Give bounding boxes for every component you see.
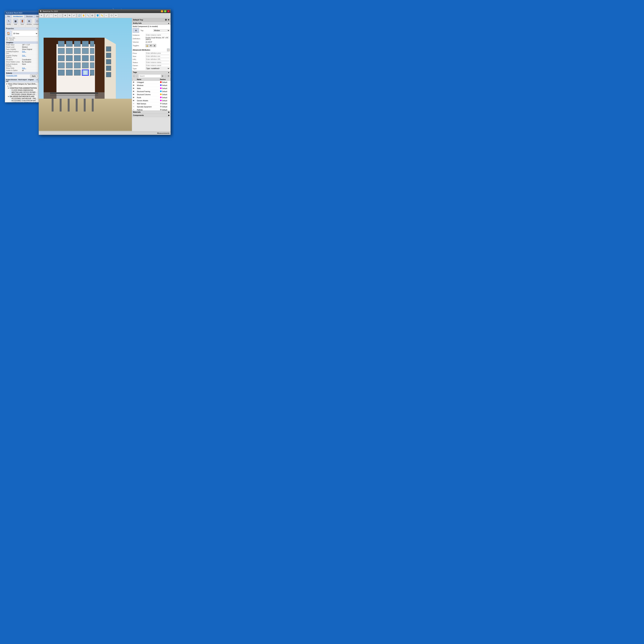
tag-more-btn[interactable]: ⋮ xyxy=(164,74,167,78)
ribbon-tab-structure[interactable]: Structure xyxy=(24,15,34,18)
tag-row[interactable]: 👁WindowsDefault xyxy=(132,84,170,87)
su-close-btn[interactable]: ✕ xyxy=(167,10,170,12)
status-input[interactable] xyxy=(146,61,170,64)
su-arc-tool[interactable]: ⌒ xyxy=(49,13,53,18)
tag-row[interactable]: 👁Wall SweepsDefault xyxy=(132,102,170,105)
su-select-tool[interactable]: ↖ xyxy=(39,13,44,18)
tag-eye-btn[interactable]: 👁 xyxy=(167,74,170,78)
tag-hidden-icon[interactable]: 👁 xyxy=(133,106,135,108)
tray-settings-icon[interactable]: ⚙ xyxy=(165,19,167,21)
owner-label: Owner: xyxy=(133,65,146,66)
tag-hidden-icon[interactable]: 👁 xyxy=(133,109,135,110)
ribbon-tab-architecture[interactable]: Architecture xyxy=(12,15,24,18)
pb-close[interactable]: ✕ xyxy=(36,79,38,82)
su-tape-tool[interactable]: 📏 xyxy=(100,13,104,18)
materials-section[interactable]: Materials ▶ xyxy=(132,111,170,114)
su-move-tool[interactable]: ✛ xyxy=(63,13,67,18)
advanced-attr-icon[interactable]: 📋 xyxy=(167,48,170,51)
tag-filter-btn[interactable]: ⚙ xyxy=(161,74,164,78)
su-scale-tool[interactable]: ⤢ xyxy=(72,13,76,18)
ribbon-tab-file[interactable]: File xyxy=(6,15,12,18)
tags-title: Tags xyxy=(133,71,137,73)
modify-icon[interactable]: ↖ xyxy=(7,19,11,23)
door-label: Door xyxy=(21,24,24,25)
toggle-shadow-icon[interactable]: ◈ xyxy=(153,44,156,47)
su-pan-tool[interactable]: ✋ xyxy=(81,13,86,18)
tray-close-icon[interactable]: ✕ xyxy=(168,19,170,21)
tag-visible-icon[interactable]: 👁 xyxy=(133,84,135,86)
tag-visible-icon[interactable]: 👁 xyxy=(133,90,135,93)
graphic-display-edit[interactable]: Edit... xyxy=(22,55,38,58)
add-tag-btn[interactable]: + xyxy=(133,74,135,78)
tag-visible-icon[interactable]: 👁 xyxy=(133,99,135,102)
modify-label: Modify xyxy=(7,24,11,25)
owner-input[interactable] xyxy=(146,64,170,67)
price-input[interactable] xyxy=(146,52,170,54)
entity-info-header[interactable]: Entity Info ▲ xyxy=(132,22,170,25)
element-type-dropdown[interactable]: 3D View xyxy=(12,31,38,36)
tag-row[interactable]: 👁Structural ColumnsDefault xyxy=(132,93,170,96)
su-minimize-btn[interactable]: ─ xyxy=(161,10,163,12)
tag-row[interactable]: 👁Structural FramingDefault xyxy=(132,90,170,93)
tag-dropdown[interactable]: Window xyxy=(153,29,170,32)
tag-row[interactable]: 👁Generic ModelsDefault xyxy=(132,99,170,102)
instance-input[interactable] xyxy=(146,34,170,36)
properties-close[interactable]: ✕ xyxy=(36,28,38,29)
pb-meeting[interactable]: 📄 MEETING AND OFFICE ROOMS DIME... xyxy=(5,91,38,93)
pb-enlarged-bath[interactable]: ▼ ENLARGED BATHROOM PLANS xyxy=(5,95,38,98)
pb-accessible-guest1[interactable]: 📄 ACCESSIBLE GUESTROOM BATH PLAN- xyxy=(5,100,38,102)
wall-icon[interactable]: ▦ xyxy=(13,19,18,23)
type-dropdown[interactable]: Type: <undefined> xyxy=(146,67,170,70)
pb-accessible-guest2[interactable]: 📄 ACCESSIBLE GUESTROOM BATH PLAN- xyxy=(5,102,38,102)
tag-row[interactable]: 👁Specialty EquipmentDefault xyxy=(132,105,170,108)
vis-graphics-edit[interactable]: Edit... xyxy=(22,51,38,54)
tag-row[interactable]: 👁RailingsDefault xyxy=(132,108,170,111)
vis-graphics-row: Visibility/Graphics Ove... Edit... xyxy=(6,51,38,55)
door-icon[interactable]: 🚪 xyxy=(20,19,25,23)
tag-row[interactable]: 👁WallsDefault xyxy=(132,87,170,90)
su-viewport[interactable]: ↗ xyxy=(39,18,132,131)
url-input[interactable] xyxy=(146,58,170,61)
pb-item-unknown[interactable]: ▷ ??? xyxy=(5,85,38,87)
tag-visible-icon[interactable]: 👁 xyxy=(133,96,135,99)
su-rect-tool[interactable]: ▭ xyxy=(53,13,58,18)
remove-tag-btn[interactable]: − xyxy=(136,74,138,78)
su-push-tool[interactable]: ⬚ xyxy=(58,13,62,18)
apply-button[interactable]: Apply xyxy=(30,75,37,77)
su-section-tool[interactable]: ✂ xyxy=(114,13,118,18)
prop-icon: 🏠 xyxy=(6,31,11,36)
su-component-tool[interactable]: ⬡ xyxy=(109,13,114,18)
su-sep4 xyxy=(95,13,95,18)
tag-hidden-icon[interactable]: 👁 xyxy=(133,103,135,105)
tags-search-input[interactable] xyxy=(139,75,161,77)
components-section[interactable]: Components ▶ xyxy=(132,114,170,117)
tag-row[interactable]: 👁UntaggedDefault xyxy=(132,81,170,84)
toggle-lock-icon[interactable]: 🔒 xyxy=(146,44,149,47)
su-sep1 xyxy=(44,13,44,18)
size-input[interactable] xyxy=(146,55,170,57)
su-zoom-tool[interactable]: 🔍 xyxy=(86,13,90,18)
window-icon[interactable]: ⊞ xyxy=(27,19,31,23)
tag-row[interactable]: 👁RoofsDefault xyxy=(132,96,170,99)
su-zoom-extents[interactable]: ⊡ xyxy=(90,13,94,18)
tag-visible-icon[interactable]: 👁 xyxy=(133,87,135,90)
properties-help-link[interactable]: Properties help xyxy=(6,75,17,77)
su-dimension-tool[interactable]: ↔ xyxy=(104,13,108,18)
tag-visible-icon[interactable]: 👁 xyxy=(133,93,135,96)
tag-visible-icon[interactable]: 👁 xyxy=(133,81,135,83)
su-orbit-tool[interactable]: 🔄 xyxy=(77,13,81,18)
pb-accessible-bath1[interactable]: 📄 ACCESSIBLE BATHROOM - PRESIDENTI... xyxy=(5,98,38,100)
su-maximize-btn[interactable]: □ xyxy=(164,10,166,12)
tags-section-header[interactable]: Tags ▲ xyxy=(132,71,170,74)
pb-construction-admin[interactable]: ▼ CONSTRUCTION ADMINISTRATION xyxy=(5,87,38,89)
su-status-bar: Measurements xyxy=(39,131,170,135)
pb-views-root[interactable]: ▼ Views (View Category by Type (Default)… xyxy=(5,83,38,85)
su-paint-tool[interactable]: 🪣 xyxy=(95,13,100,18)
visible-option-val: all xyxy=(22,70,38,71)
pb-recessed[interactable]: 📄 RECESSED GRADE BEAM LOCATIONS S... xyxy=(5,93,38,95)
su-rotate-tool[interactable]: ↻ xyxy=(67,13,72,18)
su-line-tool[interactable]: ╱ xyxy=(45,13,49,18)
pb-floor-drain[interactable]: 📄 FLOOR DRAIN DIMENSIONS xyxy=(5,89,38,91)
toggle-hide-icon[interactable]: 👁 xyxy=(149,44,152,47)
show-grids-edit[interactable]: Edit... xyxy=(22,67,38,69)
